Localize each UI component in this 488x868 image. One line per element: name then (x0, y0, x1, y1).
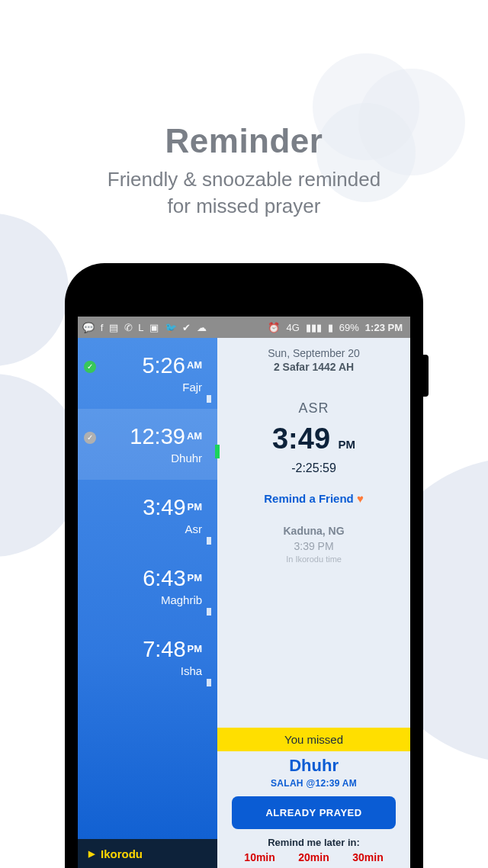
l-icon: L (138, 322, 143, 333)
battery-percent: 69% (339, 322, 359, 333)
phone-side-button (423, 355, 429, 397)
hero-subtitle: Friendly & snoozable reminded for missed… (0, 166, 488, 220)
prayer-name: Dhuhr (88, 452, 202, 465)
prayer-name: Fajr (88, 381, 202, 394)
prayer-name: Maghrib (88, 593, 202, 606)
check-icon (84, 432, 96, 444)
remind-friend-label: Remind a Friend (264, 492, 354, 505)
check-icon (84, 361, 96, 373)
hero: Reminder Friendly & snoozable reminded f… (0, 0, 488, 220)
statusbar: 💬 f ▤ ✆ L ▣ 🐦 ✔ ☁ ⏰ 4G ▮▮▮ ▮ 69% 1:23 PM (78, 317, 410, 338)
current-prayer-label: ASR (217, 400, 410, 416)
phone-frame: 💬 f ▤ ✆ L ▣ 🐦 ✔ ☁ ⏰ 4G ▮▮▮ ▮ 69% 1:23 PM (65, 263, 423, 868)
cloud-icon: ☁ (197, 322, 207, 333)
alt-note: In Ikorodu time (217, 555, 410, 564)
check-circle-icon: ✔ (182, 322, 191, 333)
main-panel: Sun, September 20 2 Safar 1442 AH ASR 3:… (217, 338, 410, 868)
current-prayer-time: 3:49 PM (217, 423, 410, 455)
prayer-time: 7:48PM (88, 637, 202, 662)
prayer-item-dhuhr[interactable]: 12:39AM Dhuhr (78, 409, 217, 480)
prayer-time: 5:26AM (88, 353, 202, 378)
missed-prayer-name: Dhuhr (225, 756, 403, 776)
prayer-time: 6:43PM (88, 566, 202, 591)
tick-mark (207, 608, 211, 616)
bg-circle (0, 214, 69, 366)
remind-later-label: Remind me later in: (225, 837, 403, 848)
prayer-sidebar: 5:26AM Fajr 12:39AM Dhuhr 3:49PM Asr 6: (78, 338, 217, 868)
missed-prayer-detail: SALAH @12:39 AM (225, 778, 403, 789)
speech-bubble-icon: 💬 (82, 322, 95, 333)
phone-screen: 💬 f ▤ ✆ L ▣ 🐦 ✔ ☁ ⏰ 4G ▮▮▮ ▮ 69% 1:23 PM (78, 317, 410, 868)
missed-header: You missed (217, 728, 410, 751)
signal-icon: ▮▮▮ (306, 322, 322, 333)
tick-mark (207, 679, 211, 686)
statusbar-time: 1:23 PM (365, 322, 403, 333)
heart-icon: ♥ (357, 492, 364, 505)
missed-card: You missed Dhuhr SALAH @12:39 AM ALREADY… (217, 728, 410, 868)
statusbar-icons-right: ⏰ 4G ▮▮▮ ▮ 69% 1:23 PM (268, 322, 406, 333)
prayer-time: 3:49PM (88, 495, 202, 520)
prayer-item-fajr[interactable]: 5:26AM Fajr (78, 338, 217, 409)
hijri-date: 2 Safar 1442 AH (225, 361, 403, 373)
statusbar-icons-left: 💬 f ▤ ✆ L ▣ 🐦 ✔ ☁ (82, 322, 210, 333)
alarm-icon: ⏰ (268, 322, 280, 333)
image-icon: ▣ (149, 322, 159, 333)
battery-icon: ▮ (328, 322, 333, 333)
prayer-item-maghrib[interactable]: 6:43PM Maghrib (78, 551, 217, 622)
hero-title: Reminder (0, 122, 488, 160)
network-icon: 4G (286, 322, 299, 333)
prayer-name: Asr (88, 522, 202, 535)
tick-mark (207, 537, 211, 545)
prayer-item-isha[interactable]: 7:48PM Isha (78, 622, 217, 693)
whatsapp-icon: ✆ (124, 322, 133, 333)
current-prayer-block: ASR 3:49 PM -2:25:59 Remind a Friend ♥ (217, 400, 410, 505)
location-footer[interactable]: Ikorodu (78, 839, 217, 868)
current-indicator (215, 445, 220, 458)
document-icon: ▤ (109, 322, 118, 333)
twitter-icon: 🐦 (165, 322, 177, 333)
remind-friend-link[interactable]: Remind a Friend ♥ (217, 492, 410, 505)
tick-mark (207, 395, 211, 403)
snooze-30min[interactable]: 30min (352, 851, 383, 863)
prayer-time: 12:39AM (88, 424, 202, 449)
alt-time: 3:39 PM (217, 540, 410, 552)
countdown: -2:25:59 (217, 461, 410, 475)
prayer-name: Isha (88, 664, 202, 677)
date-block: Sun, September 20 2 Safar 1442 AH (217, 338, 410, 378)
snooze-options: 10min 20min 30min (225, 848, 403, 863)
already-prayed-button[interactable]: ALREADY PRAYED (232, 796, 395, 829)
facebook-icon: f (101, 322, 104, 333)
snooze-20min[interactable]: 20min (298, 851, 329, 863)
alt-location: Kaduna, NG (217, 525, 410, 537)
gregorian-date: Sun, September 20 (225, 347, 403, 359)
prayer-item-asr[interactable]: 3:49PM Asr (78, 480, 217, 551)
location-label: Ikorodu (101, 847, 143, 860)
app-body: 5:26AM Fajr 12:39AM Dhuhr 3:49PM Asr 6: (78, 338, 410, 868)
snooze-10min[interactable]: 10min (244, 851, 274, 863)
